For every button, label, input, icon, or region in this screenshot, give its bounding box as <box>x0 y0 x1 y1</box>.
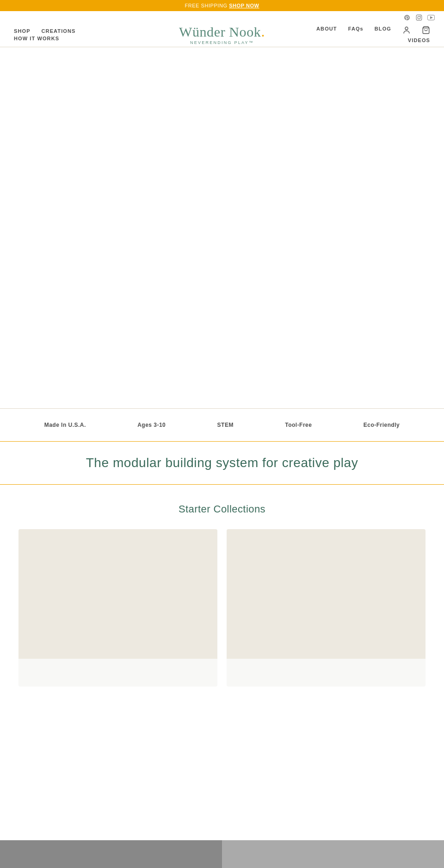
badge-ages: Ages 3-10 <box>137 422 166 428</box>
footer-strip-left <box>0 840 222 868</box>
tagline-section: The modular building system for creative… <box>0 441 444 485</box>
nav-about[interactable]: ABOUT <box>316 26 337 36</box>
main-nav: SHOP CREATIONS HOW IT WORKS Wünder Nook.… <box>0 22 444 47</box>
svg-point-5 <box>405 27 408 30</box>
tagline-heading: The modular building system for creative… <box>18 456 426 470</box>
card-image-2 <box>227 529 426 659</box>
cart-icon[interactable] <box>422 26 430 36</box>
nav-right-row2: VIDEOS <box>408 37 430 43</box>
page: FREE SHIPPING SHOP NOW <box>0 0 444 868</box>
hero-section <box>0 47 444 408</box>
collections-heading: Starter Collections <box>9 503 435 515</box>
badge-made-in-usa: Made In U.S.A. <box>44 422 86 428</box>
nav-creations[interactable]: CREATIONS <box>42 28 76 34</box>
footer-strip <box>0 840 444 868</box>
svg-rect-0 <box>416 15 422 20</box>
announcement-bar: FREE SHIPPING SHOP NOW <box>0 0 444 11</box>
nav-left-row2: HOW IT WORKS <box>14 36 75 41</box>
announcement-link[interactable]: SHOP NOW <box>229 3 259 8</box>
card-image-1 <box>18 529 217 659</box>
logo-text: Wünder Nook. <box>179 24 265 40</box>
nav-left-row1: SHOP CREATIONS <box>14 28 75 34</box>
instagram-icon[interactable] <box>415 14 423 21</box>
svg-point-1 <box>418 16 420 19</box>
badge-stem: STEM <box>217 422 234 428</box>
nav-right-row1: ABOUT FAQs BLOG <box>316 26 430 36</box>
pinterest-icon[interactable] <box>403 14 411 21</box>
badge-tool-free: Tool-Free <box>285 422 312 428</box>
nav-right: ABOUT FAQs BLOG <box>316 26 430 43</box>
collection-card-2[interactable] <box>227 529 426 687</box>
footer-strip-right <box>222 840 444 868</box>
nav-left: SHOP CREATIONS HOW IT WORKS <box>14 28 75 41</box>
nav-videos[interactable]: VIDEOS <box>408 37 430 43</box>
svg-point-2 <box>420 16 421 17</box>
logo-tagline: NEVERENDING PLAY™ <box>179 41 265 45</box>
feature-badges: Made In U.S.A. Ages 3-10 STEM Tool-Free … <box>0 408 444 441</box>
svg-marker-4 <box>430 16 433 19</box>
badge-eco-friendly: Eco-Friendly <box>364 422 400 428</box>
account-icon[interactable] <box>402 26 411 36</box>
nav-faqs[interactable]: FAQs <box>348 26 364 36</box>
youtube-icon[interactable] <box>427 14 435 21</box>
social-bar <box>0 11 444 22</box>
logo[interactable]: Wünder Nook. NEVERENDING PLAY™ <box>179 24 265 45</box>
collection-card-1[interactable] <box>18 529 217 687</box>
announcement-text: FREE SHIPPING <box>185 3 227 8</box>
collections-grid <box>9 529 435 687</box>
nav-how-it-works[interactable]: HOW IT WORKS <box>14 36 59 41</box>
collections-section: Starter Collections <box>0 485 444 696</box>
page-spacer <box>0 696 444 840</box>
nav-blog[interactable]: BLOG <box>375 26 391 36</box>
nav-shop[interactable]: SHOP <box>14 28 31 34</box>
